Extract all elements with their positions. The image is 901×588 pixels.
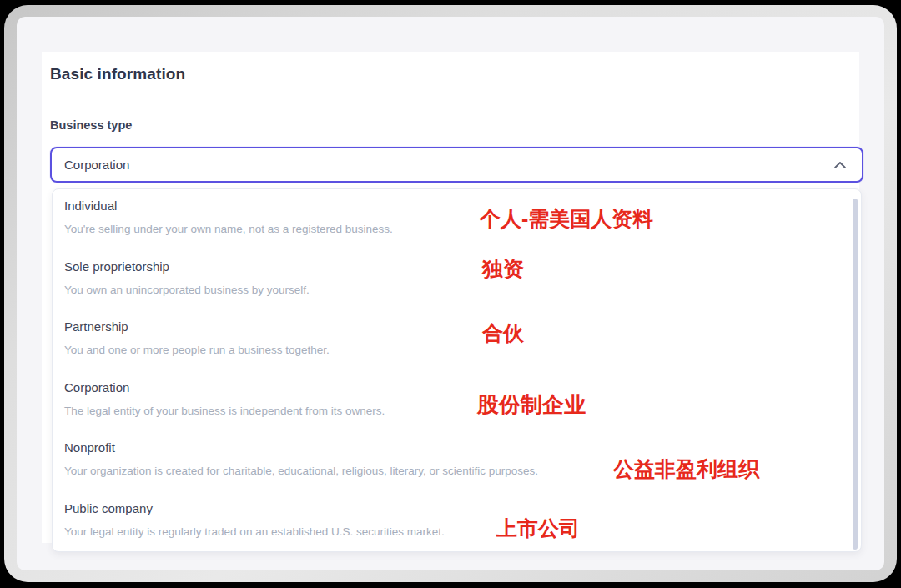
option-description: You and one or more people run a busines… xyxy=(64,343,849,358)
option-title: Individual xyxy=(64,198,849,214)
business-type-selected-value: Corporation xyxy=(64,158,129,172)
option-title: Corporation xyxy=(64,379,849,396)
business-type-select[interactable]: Corporation xyxy=(50,147,863,183)
option-corporation[interactable]: Corporation The legal entity of your bus… xyxy=(53,371,861,432)
annotation-nonprofit: 公益非盈利组织 xyxy=(613,455,759,483)
annotation-partnership: 合伙 xyxy=(482,319,524,347)
option-partnership[interactable]: Partnership You and one or more people r… xyxy=(53,310,861,371)
option-title: Partnership xyxy=(64,319,849,335)
option-title: Public company xyxy=(64,500,849,517)
option-individual[interactable]: Individual You're selling under your own… xyxy=(53,189,861,250)
business-type-dropdown: Individual You're selling under your own… xyxy=(52,188,862,552)
annotation-public-company: 上市公司 xyxy=(496,515,580,542)
option-sole-proprietorship[interactable]: Sole proprietorship You own an unincorpo… xyxy=(53,250,861,311)
dropdown-scrollbar[interactable] xyxy=(853,199,858,550)
business-type-label: Business type xyxy=(50,118,132,132)
chevron-up-icon[interactable] xyxy=(833,161,847,169)
option-title: Sole proprietorship xyxy=(64,259,849,275)
annotation-corporation: 股份制企业 xyxy=(477,390,586,420)
screenshot-stage: Basic information Business type Corporat… xyxy=(0,0,901,588)
option-description: You're selling under your own name, not … xyxy=(64,222,849,237)
option-description: You own an unincorporated business by yo… xyxy=(64,283,849,298)
option-title: Nonprofit xyxy=(64,440,849,456)
option-description: Your legal entity is regularly traded on… xyxy=(64,525,849,540)
option-description: The legal entity of your business is ind… xyxy=(64,404,849,419)
page-title: Basic information xyxy=(50,65,185,83)
option-public-company[interactable]: Public company Your legal entity is regu… xyxy=(53,492,861,552)
annotation-sole-proprietorship: 独资 xyxy=(482,255,524,283)
annotation-individual: 个人-需美国人资料 xyxy=(480,205,653,233)
